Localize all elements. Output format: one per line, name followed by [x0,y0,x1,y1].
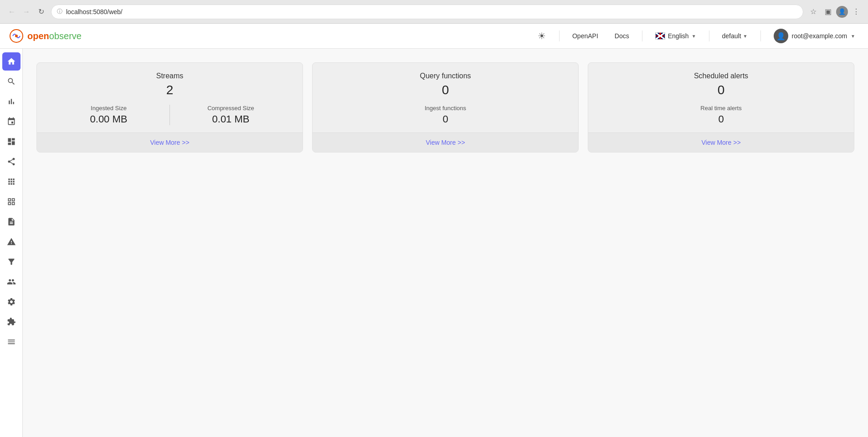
main-content: Streams 2 Ingested Size 0.00 MB Compress… [23,49,868,437]
streams-card-footer: View More >> [37,132,303,152]
extensions-button[interactable]: ▣ [822,5,834,18]
alerts-stats: Real time alerts 0 [599,105,843,125]
streams-title: Streams [48,72,292,80]
nav-buttons: ← → ↻ [5,5,47,18]
functions-card-footer: View More >> [313,132,578,152]
user-email: root@example.com [792,32,847,40]
alert-icon [7,237,16,246]
divider-2 [642,30,642,41]
flag-uk-icon [655,32,665,40]
sidebar-item-apps[interactable] [2,173,21,191]
url-text: localhost:5080/web/ [66,8,797,15]
iam-icon [7,277,16,286]
functions-view-more-link[interactable]: View More >> [426,139,465,146]
alerts-card-body: Scheduled alerts 0 Real time alerts 0 [588,63,854,132]
sidebar-item-filter[interactable] [2,253,21,271]
logo-text: openobserve [27,31,82,41]
divider-3 [709,30,709,41]
ingest-functions-label: Ingest functions [324,105,567,112]
sidebar-item-integrations[interactable] [2,313,21,331]
sidebar-item-metrics[interactable] [2,92,21,111]
reports-icon [7,217,16,226]
address-bar[interactable]: ⓘ localhost:5080/web/ [51,5,803,19]
browser-user-avatar[interactable]: 👤 [836,6,848,18]
sidebar-item-dashboard[interactable] [2,132,21,151]
functions-query-count: 0 [324,83,567,97]
sidebar-item-home[interactable] [2,52,21,71]
ingested-size-value: 0.00 MB [48,113,169,125]
ingested-size-label: Ingested Size [48,105,169,112]
compressed-size-value: 0.01 MB [170,113,292,125]
sidebar-item-alerts[interactable] [2,233,21,251]
bar-chart-icon [7,97,16,106]
streams-view-more-link[interactable]: View More >> [150,139,189,146]
topnav-actions: ☀ OpenAPI Docs English ▼ default ▼ 👤 roo… [534,27,859,45]
dashboard-icon [7,137,16,146]
streams-card-body: Streams 2 Ingested Size 0.00 MB Compress… [37,63,303,132]
docs-button[interactable]: Docs [611,30,633,41]
org-chevron-icon: ▼ [743,34,748,39]
alerts-title: Scheduled alerts [599,72,843,80]
sidebar-item-reports[interactable] [2,213,21,231]
divider-4 [760,30,761,41]
compressed-size-stat: Compressed Size 0.01 MB [169,105,292,125]
topnav: openobserve ☀ OpenAPI Docs English ▼ def… [0,24,868,49]
ingested-size-stat: Ingested Size 0.00 MB [48,105,169,125]
divider-1 [559,30,560,41]
reload-button[interactable]: ↻ [35,5,47,18]
apps-icon [7,177,16,186]
svg-point-1 [15,35,18,37]
streams-card: Streams 2 Ingested Size 0.00 MB Compress… [36,62,303,152]
menu-icon [7,337,16,346]
sidebar-item-share[interactable] [2,152,21,171]
sidebar-item-streams[interactable] [2,112,21,131]
home-icon [7,57,16,66]
sidebar-item-iam[interactable] [2,273,21,291]
realtime-alerts-count: 0 [599,113,843,125]
theme-toggle-button[interactable]: ☀ [534,28,550,44]
language-selector[interactable]: English ▼ [652,30,700,41]
ingest-functions-count: 0 [324,113,567,125]
sidebar [0,49,23,437]
back-button[interactable]: ← [5,5,18,18]
org-label: default [722,32,741,40]
language-chevron-icon: ▼ [692,34,696,39]
gear-icon [7,297,16,306]
sidebar-item-menu[interactable] [2,333,21,351]
user-area[interactable]: 👤 root@example.com ▼ [770,27,859,45]
filter-icon [7,257,16,266]
functions-card-body: Query functions 0 Ingest functions 0 [313,63,578,132]
openapi-button[interactable]: OpenAPI [569,30,602,41]
share-icon [7,157,16,166]
sidebar-item-settings[interactable] [2,293,21,311]
search-icon [7,77,16,86]
alerts-scheduled-count: 0 [599,83,843,97]
app-wrapper: openobserve ☀ OpenAPI Docs English ▼ def… [0,24,868,437]
logo[interactable]: openobserve [9,29,82,43]
grid-icon [7,197,16,206]
sidebar-item-search[interactable] [2,72,21,91]
realtime-alerts-label: Real time alerts [599,105,843,112]
sidebar-item-pipeline[interactable] [2,193,21,211]
functions-stats: Ingest functions 0 [324,105,567,125]
compressed-size-label: Compressed Size [170,105,292,112]
security-icon: ⓘ [57,8,62,15]
browser-action-buttons: ☆ ▣ 👤 ⋮ [807,5,863,18]
functions-card: Query functions 0 Ingest functions 0 Vie… [312,62,579,152]
ingest-functions-stat: Ingest functions 0 [324,105,567,125]
streams-stats: Ingested Size 0.00 MB Compressed Size 0.… [48,105,292,125]
menu-button[interactable]: ⋮ [850,5,863,18]
puzzle-icon [7,317,16,326]
alerts-view-more-link[interactable]: View More >> [701,139,740,146]
bookmark-button[interactable]: ☆ [807,5,820,18]
dashboard-cards-row: Streams 2 Ingested Size 0.00 MB Compress… [36,62,854,152]
main-area: Streams 2 Ingested Size 0.00 MB Compress… [0,49,868,437]
org-selector[interactable]: default ▼ [719,30,751,41]
alerts-card-footer: View More >> [588,132,854,152]
functions-title: Query functions [324,72,567,80]
user-avatar: 👤 [774,29,788,43]
browser-chrome: ← → ↻ ⓘ localhost:5080/web/ ☆ ▣ 👤 ⋮ [0,0,868,24]
user-chevron-icon: ▼ [851,34,855,39]
forward-button[interactable]: → [20,5,33,18]
logo-icon [9,29,24,43]
